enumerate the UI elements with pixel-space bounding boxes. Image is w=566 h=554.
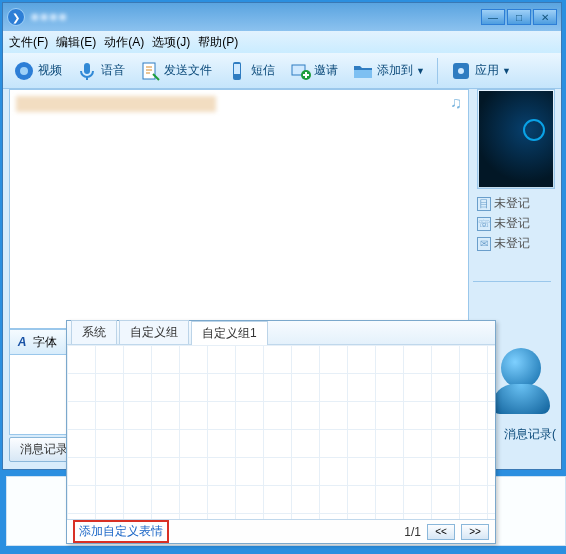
pager-label: 1/1	[404, 525, 421, 539]
webcam-icon	[13, 60, 35, 82]
tab-custom-group-1[interactable]: 自定义组1	[191, 321, 268, 345]
invite-button[interactable]: 邀请	[283, 58, 344, 84]
pager-prev-button[interactable]: <<	[427, 524, 455, 540]
message-record-link[interactable]: 消息记录(	[504, 426, 556, 443]
svg-rect-4	[143, 63, 155, 79]
sms-button[interactable]: 短信	[220, 58, 281, 84]
mic-icon	[76, 60, 98, 82]
emoticon-grid[interactable]	[67, 345, 495, 519]
add-custom-emoticon-link[interactable]: 添加自定义表情	[79, 524, 163, 538]
voice-button[interactable]: 语音	[70, 58, 131, 84]
chevron-down-icon: ▼	[502, 66, 511, 76]
menu-option[interactable]: 选项(J)	[152, 34, 190, 51]
add-emoticon-highlight: 添加自定义表情	[73, 520, 169, 543]
sendfile-button[interactable]: 发送文件	[133, 58, 218, 84]
window-title: ■■■■	[31, 10, 479, 24]
tab-custom-group[interactable]: 自定义组	[119, 320, 189, 344]
phone-icon	[226, 60, 248, 82]
close-button[interactable]: ✕	[533, 9, 557, 25]
profile-icon: 目	[477, 197, 491, 211]
info-profile[interactable]: 目 未登记	[477, 195, 555, 212]
menu-bar: 文件(F) 编辑(E) 动作(A) 选项(J) 帮助(P)	[3, 31, 561, 53]
addto-button[interactable]: 添加到 ▼	[346, 58, 431, 84]
menu-action[interactable]: 动作(A)	[104, 34, 144, 51]
app-icon: ❯	[7, 8, 25, 26]
app-button[interactable]: 应用 ▼	[444, 58, 517, 84]
svg-point-1	[20, 67, 28, 75]
chevron-down-icon: ▼	[416, 66, 425, 76]
font-icon: A	[14, 334, 30, 350]
font-button[interactable]: A 字体	[14, 334, 57, 351]
tab-system[interactable]: 系统	[71, 320, 117, 344]
puzzle-icon	[450, 60, 472, 82]
mail-icon: ✉	[477, 237, 491, 251]
music-icon[interactable]: ♫	[450, 94, 462, 112]
toolbar-separator	[437, 58, 438, 84]
menu-edit[interactable]: 编辑(E)	[56, 34, 96, 51]
minimize-button[interactable]: —	[481, 9, 505, 25]
menu-help[interactable]: 帮助(P)	[198, 34, 238, 51]
toolbar: 视频 语音 发送文件 短信 邀请	[3, 53, 561, 89]
contact-name-blurred	[16, 96, 216, 112]
title-bar: ❯ ■■■■ — □ ✕	[3, 3, 561, 31]
maximize-button[interactable]: □	[507, 9, 531, 25]
svg-rect-6	[234, 64, 240, 74]
svg-point-10	[458, 68, 464, 74]
phone-small-icon: ☏	[477, 217, 491, 231]
menu-file[interactable]: 文件(F)	[9, 34, 48, 51]
pager-next-button[interactable]: >>	[461, 524, 489, 540]
side-separator	[473, 281, 551, 282]
invite-icon	[289, 60, 311, 82]
chat-display: ♫	[9, 89, 469, 329]
self-avatar[interactable]	[486, 346, 556, 418]
file-icon	[139, 60, 161, 82]
folder-icon	[352, 60, 374, 82]
emoticon-tabs: 系统 自定义组 自定义组1	[67, 321, 495, 345]
svg-rect-2	[84, 63, 90, 74]
emoticon-bottom-bar: 添加自定义表情 1/1 << >>	[67, 519, 495, 543]
emoticon-popup: 系统 自定义组 自定义组1 添加自定义表情 1/1 << >>	[66, 320, 496, 544]
info-phone[interactable]: ☏ 未登记	[477, 215, 555, 232]
video-button[interactable]: 视频	[7, 58, 68, 84]
contact-avatar[interactable]	[477, 89, 555, 189]
info-mail[interactable]: ✉ 未登记	[477, 235, 555, 252]
